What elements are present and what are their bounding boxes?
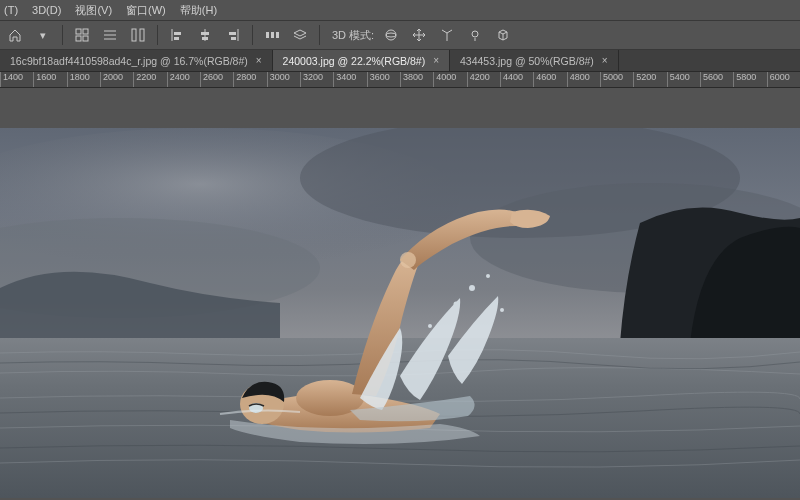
ruler-tick: 2200 [133, 72, 156, 88]
svg-rect-1 [83, 29, 88, 34]
ruler-tick: 4400 [500, 72, 523, 88]
ruler-tick: 3800 [400, 72, 423, 88]
ruler-tick: 5000 [600, 72, 623, 88]
separator [252, 25, 253, 45]
align-center-icon[interactable] [194, 24, 216, 46]
svg-point-34 [400, 252, 416, 268]
svg-point-35 [469, 285, 475, 291]
ruler-tick: 1400 [0, 72, 23, 88]
chevron-down-icon[interactable]: ▾ [32, 24, 54, 46]
menu-item-3d[interactable]: 3D(D) [32, 4, 61, 16]
ruler-tick: 5400 [667, 72, 690, 88]
pan-icon[interactable] [408, 24, 430, 46]
svg-point-38 [428, 324, 432, 328]
ruler-tick: 4600 [533, 72, 556, 88]
ruler-tick: 1800 [67, 72, 90, 88]
svg-point-37 [454, 302, 459, 307]
svg-point-39 [500, 308, 504, 312]
orbit-icon[interactable] [380, 24, 402, 46]
svg-rect-10 [174, 32, 181, 35]
svg-rect-16 [229, 32, 236, 35]
document-tab[interactable]: 434453.jpg @ 50%(RGB/8#) × [450, 50, 619, 71]
ruler-tick: 3200 [300, 72, 323, 88]
ruler-tick: 2400 [167, 72, 190, 88]
menu-item-view[interactable]: 视图(V) [75, 3, 112, 18]
ruler-tick: 3600 [367, 72, 390, 88]
light-icon[interactable] [464, 24, 486, 46]
svg-rect-13 [201, 32, 209, 35]
document-tab[interactable]: 240003.jpg @ 22.2%(RGB/8#) × [273, 50, 450, 71]
ruler-tick: 4800 [567, 72, 590, 88]
separator [62, 25, 63, 45]
ruler-tick: 3400 [333, 72, 356, 88]
ruler-tick: 5800 [733, 72, 756, 88]
ruler-tick: 2800 [233, 72, 256, 88]
svg-rect-0 [76, 29, 81, 34]
svg-rect-18 [266, 32, 269, 38]
close-icon[interactable]: × [433, 55, 439, 66]
ruler-tick: 2000 [100, 72, 123, 88]
svg-rect-17 [231, 37, 236, 40]
layers-icon[interactable] [289, 24, 311, 46]
svg-point-36 [486, 274, 490, 278]
svg-rect-8 [140, 29, 144, 41]
ruler-tick: 2600 [200, 72, 223, 88]
svg-rect-7 [132, 29, 136, 41]
3d-mode-label: 3D 模式: [332, 28, 374, 43]
columns-icon[interactable] [127, 24, 149, 46]
svg-rect-19 [271, 32, 274, 38]
ruler-tick: 4000 [433, 72, 456, 88]
ruler-tick: 6000 [767, 72, 790, 88]
horizontal-ruler: 1400160018002000220024002600280030003200… [0, 72, 800, 88]
svg-rect-2 [76, 36, 81, 41]
move-3d-icon[interactable] [436, 24, 458, 46]
grid-icon[interactable] [71, 24, 93, 46]
ruler-tick: 1600 [33, 72, 56, 88]
ruler-tick: 4200 [467, 72, 490, 88]
menu-item-t[interactable]: (T) [4, 4, 18, 16]
document-tab-label: 434453.jpg @ 50%(RGB/8#) [460, 55, 594, 67]
document-canvas[interactable] [0, 128, 800, 498]
document-tab-label: 240003.jpg @ 22.2%(RGB/8#) [283, 55, 426, 67]
align-left-icon[interactable] [166, 24, 188, 46]
options-bar: ▾ 3D 模式: [0, 20, 800, 50]
svg-point-21 [386, 30, 396, 40]
list-icon[interactable] [99, 24, 121, 46]
document-tab-label: 16c9bf18adf4410598ad4c_r.jpg @ 16.7%(RGB… [10, 55, 248, 67]
home-icon[interactable] [4, 24, 26, 46]
menu-bar: (T) 3D(D) 视图(V) 窗口(W) 帮助(H) [0, 0, 800, 20]
document-tabs: 16c9bf18adf4410598ad4c_r.jpg @ 16.7%(RGB… [0, 50, 800, 72]
distribute-icon[interactable] [261, 24, 283, 46]
svg-point-23 [472, 31, 478, 37]
canvas-area[interactable] [0, 88, 800, 500]
cube-icon[interactable] [492, 24, 514, 46]
svg-rect-14 [202, 37, 208, 40]
separator [157, 25, 158, 45]
svg-rect-20 [276, 32, 279, 38]
ruler-tick: 5200 [633, 72, 656, 88]
align-right-icon[interactable] [222, 24, 244, 46]
svg-rect-3 [83, 36, 88, 41]
ruler-tick: 5600 [700, 72, 723, 88]
svg-rect-11 [174, 37, 179, 40]
separator [319, 25, 320, 45]
ruler-tick: 3000 [267, 72, 290, 88]
document-tab[interactable]: 16c9bf18adf4410598ad4c_r.jpg @ 16.7%(RGB… [0, 50, 273, 71]
menu-item-window[interactable]: 窗口(W) [126, 3, 166, 18]
svg-point-22 [386, 33, 396, 37]
menu-item-help[interactable]: 帮助(H) [180, 3, 217, 18]
close-icon[interactable]: × [256, 55, 262, 66]
close-icon[interactable]: × [602, 55, 608, 66]
